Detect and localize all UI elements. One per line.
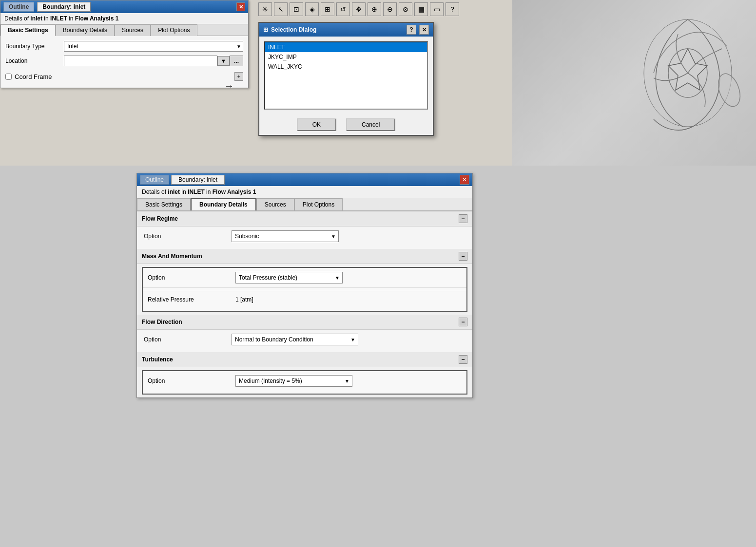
location-browse-btn[interactable]: ...: [230, 56, 243, 66]
boundary-type-label: Boundary Type: [5, 43, 64, 50]
top-panel-details: Details of inlet in INLET in Flow Analys…: [0, 13, 248, 24]
flow-regime-label: Flow Regime: [142, 215, 178, 222]
location-input[interactable]: [64, 56, 217, 66]
selection-dialog: ⊞ Selection Dialog ? ✕ INLET JKYC_IMP WA…: [258, 22, 434, 136]
toolbar-box-btn[interactable]: ⊡: [290, 2, 303, 16]
coord-frame-checkbox[interactable]: [5, 74, 12, 80]
flow-regime-option-row: Option Subsonic ▼: [144, 230, 465, 242]
toolbar-grid-btn[interactable]: ▦: [414, 2, 428, 16]
mass-momentum-option-row: Option Total Pressure (stable) ▼: [143, 268, 466, 288]
flow-regime-option-select[interactable]: Subsonic: [232, 230, 339, 242]
tab-outline-top[interactable]: Outline: [3, 2, 34, 12]
toolbar-rect-btn[interactable]: ▭: [430, 2, 444, 16]
flow-direction-header: Flow Direction −: [137, 315, 472, 330]
turbulence-highlighted: Option Medium (Intensity = 5%) ▼: [142, 370, 467, 395]
flow-direction-option-select[interactable]: Normal to Boundary Condition: [232, 334, 358, 345]
toolbar-zoom-in-btn[interactable]: ⊕: [368, 2, 381, 16]
dialog-close-btn[interactable]: ✕: [419, 25, 429, 35]
bottom-panel: Outline Boundary: inlet ✕ Details of inl…: [136, 173, 473, 398]
dialog-list-item-wall-jkyc[interactable]: WALL_JKYC: [265, 62, 427, 72]
tab-boundary-details-top[interactable]: Boundary Details: [56, 24, 115, 36]
toolbar-move-btn[interactable]: ✥: [352, 2, 366, 16]
dialog-buttons: OK Cancel: [259, 114, 433, 135]
dialog-body: INLET JKYC_IMP WALL_JKYC: [259, 37, 433, 114]
turbulence-option-select[interactable]: Medium (Intensity = 5%): [235, 375, 352, 387]
coord-frame-expand-btn[interactable]: +: [234, 72, 243, 81]
flow-regime-header: Flow Regime −: [137, 211, 472, 226]
tab-sources-bottom[interactable]: Sources: [256, 198, 294, 210]
bottom-panel-close-btn[interactable]: ✕: [460, 175, 469, 185]
dialog-help-btn[interactable]: ?: [407, 25, 416, 35]
toolbar-cursor-btn[interactable]: ↖: [274, 2, 288, 16]
tab-basic-settings-top[interactable]: Basic Settings: [0, 24, 56, 36]
dialog-icon: ⊞: [263, 26, 268, 33]
toolbar-help-btn[interactable]: ?: [446, 2, 459, 16]
tab-boundary-details-bottom[interactable]: Boundary Details: [191, 198, 256, 210]
flow-regime-option-label: Option: [144, 233, 232, 240]
relative-pressure-value: 1 [atm]: [235, 295, 253, 304]
arrow-connector: →: [224, 80, 234, 92]
mass-momentum-option-control: Total Pressure (stable) ▼: [235, 272, 343, 283]
coord-frame-label: Coord Frame: [15, 73, 52, 80]
tab-plot-options-bottom[interactable]: Plot Options: [294, 198, 343, 210]
coord-frame-row: Coord Frame +: [5, 70, 243, 83]
toolbar-zoom-full-btn[interactable]: ⊗: [399, 2, 412, 16]
dialog-ok-btn[interactable]: OK: [297, 118, 336, 131]
flow-direction-body: Option Normal to Boundary Condition ▼: [137, 330, 472, 352]
tab-basic-settings-bottom[interactable]: Basic Settings: [137, 198, 191, 210]
top-section: ✳ ↖ ⊡ ◈ ⊞ ↺ ✥ ⊕ ⊖ ⊗ ▦ ▭ ? Outline Bounda…: [0, 0, 756, 166]
location-row: Location ▼ ...: [5, 56, 243, 66]
flow-direction-option-row: Option Normal to Boundary Condition ▼: [144, 334, 465, 345]
dialog-titlebar: ⊞ Selection Dialog ? ✕: [259, 23, 433, 37]
mass-momentum-option-select[interactable]: Total Pressure (stable): [235, 272, 343, 283]
tab-plot-options-top[interactable]: Plot Options: [151, 24, 197, 36]
flow-direction-label: Flow Direction: [142, 319, 182, 325]
turbulence-label: Turbulence: [142, 356, 173, 363]
flow-direction-collapse-btn[interactable]: −: [459, 318, 467, 326]
flow-direction-option-control: Normal to Boundary Condition ▼: [232, 334, 358, 345]
3d-viewport: [512, 0, 756, 166]
boundary-type-select[interactable]: Inlet: [64, 41, 243, 52]
bottom-tabs-row: Basic Settings Boundary Details Sources …: [137, 198, 472, 211]
mass-momentum-label: Mass And Momentum: [142, 253, 202, 260]
toolbar-select-btn[interactable]: ✳: [258, 2, 272, 16]
top-panel: Outline Boundary: inlet ✕ Details of inl…: [0, 0, 249, 88]
mass-momentum-header: Mass And Momentum −: [137, 249, 472, 264]
dialog-cancel-btn[interactable]: Cancel: [346, 118, 395, 131]
tab-boundary-inlet-top[interactable]: Boundary: inlet: [37, 2, 91, 12]
mass-momentum-collapse-btn[interactable]: −: [459, 252, 467, 261]
mass-momentum-highlighted: Option Total Pressure (stable) ▼ Relativ…: [142, 267, 467, 312]
top-panel-titlebar: Outline Boundary: inlet ✕: [0, 0, 248, 13]
flow-regime-collapse-btn[interactable]: −: [459, 214, 467, 223]
svg-point-2: [714, 71, 744, 109]
toolbar-3d-btn[interactable]: ◈: [305, 2, 319, 16]
relative-pressure-row: Relative Pressure 1 [atm]: [143, 291, 466, 308]
boundary-type-control: Inlet ▼: [64, 41, 243, 52]
location-dropdown-btn[interactable]: ▼: [217, 56, 230, 66]
mass-momentum-option-label: Option: [148, 274, 235, 281]
dialog-list-item-inlet[interactable]: INLET: [265, 42, 427, 52]
3d-shape: [624, 5, 751, 143]
dialog-title: Selection Dialog: [271, 26, 316, 33]
bottom-panel-details: Details of inlet in INLET in Flow Analys…: [137, 186, 472, 198]
top-tabs-row: Basic Settings Boundary Details Sources …: [0, 24, 248, 36]
toolbar-refresh-btn[interactable]: ↺: [336, 2, 350, 16]
toolbar: ✳ ↖ ⊡ ◈ ⊞ ↺ ✥ ⊕ ⊖ ⊗ ▦ ▭ ?: [258, 2, 459, 16]
turbulence-option-row: Option Medium (Intensity = 5%) ▼: [143, 371, 466, 391]
top-panel-body: Boundary Type Inlet ▼ Location ▼ ... Coo…: [0, 36, 248, 88]
top-panel-close-btn[interactable]: ✕: [236, 2, 245, 11]
dialog-list[interactable]: INLET JKYC_IMP WALL_JKYC: [264, 41, 428, 110]
flow-direction-option-label: Option: [144, 336, 232, 343]
turbulence-collapse-btn[interactable]: −: [459, 355, 467, 364]
tab-outline-bottom[interactable]: Outline: [140, 175, 169, 185]
tab-sources-top[interactable]: Sources: [115, 24, 151, 36]
relative-pressure-label: Relative Pressure: [148, 296, 235, 303]
toolbar-net-btn[interactable]: ⊞: [321, 2, 334, 16]
flow-regime-body: Option Subsonic ▼: [137, 226, 472, 249]
tab-boundary-inlet-bottom[interactable]: Boundary: inlet: [171, 175, 225, 185]
toolbar-zoom-out-btn[interactable]: ⊖: [383, 2, 397, 16]
turbulence-option-control: Medium (Intensity = 5%) ▼: [235, 375, 352, 387]
boundary-type-row: Boundary Type Inlet ▼: [5, 41, 243, 52]
flow-regime-option-control: Subsonic ▼: [232, 230, 339, 242]
dialog-list-item-jkyc-imp[interactable]: JKYC_IMP: [265, 52, 427, 62]
